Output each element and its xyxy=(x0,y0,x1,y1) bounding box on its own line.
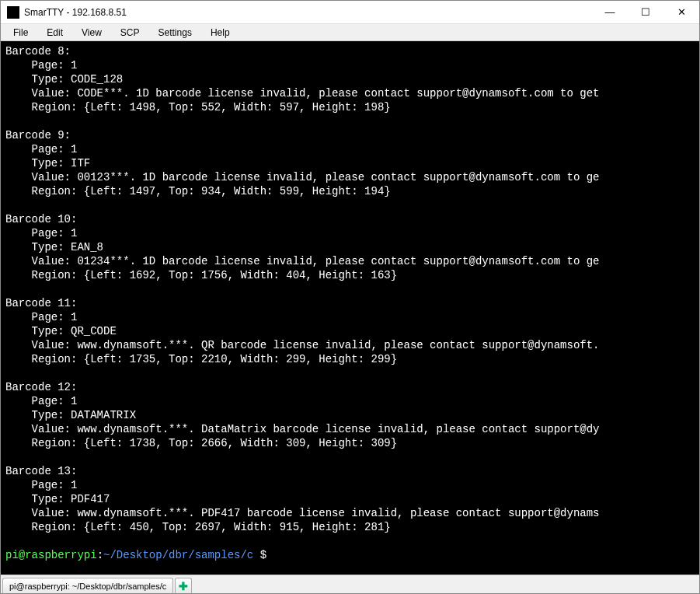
close-button[interactable]: ✕ xyxy=(663,1,699,23)
menu-scp[interactable]: SCP xyxy=(113,26,148,40)
plus-icon: ✚ xyxy=(179,580,188,592)
menu-view[interactable]: View xyxy=(74,26,110,40)
tab-bar: pi@raspberrypi: ~/Desktop/dbr/samples/c … xyxy=(1,575,699,593)
session-tab[interactable]: pi@raspberrypi: ~/Desktop/dbr/samples/c xyxy=(2,578,173,593)
terminal-output[interactable]: Barcode 8: Page: 1 Type: CODE_128 Value:… xyxy=(1,41,699,575)
menu-edit[interactable]: Edit xyxy=(39,26,71,40)
add-tab-button[interactable]: ✚ xyxy=(175,578,192,593)
window-controls: — ☐ ✕ xyxy=(592,1,699,23)
menubar: File Edit View SCP Settings Help xyxy=(1,24,699,41)
app-icon xyxy=(7,6,19,19)
maximize-button[interactable]: ☐ xyxy=(628,1,663,23)
menu-help[interactable]: Help xyxy=(203,26,238,40)
window-title: SmarTTY - 192.168.8.51 xyxy=(24,7,592,18)
menu-settings[interactable]: Settings xyxy=(151,26,200,40)
minimize-button[interactable]: — xyxy=(592,1,628,23)
menu-file[interactable]: File xyxy=(5,26,36,40)
titlebar: SmarTTY - 192.168.8.51 — ☐ ✕ xyxy=(1,1,699,24)
